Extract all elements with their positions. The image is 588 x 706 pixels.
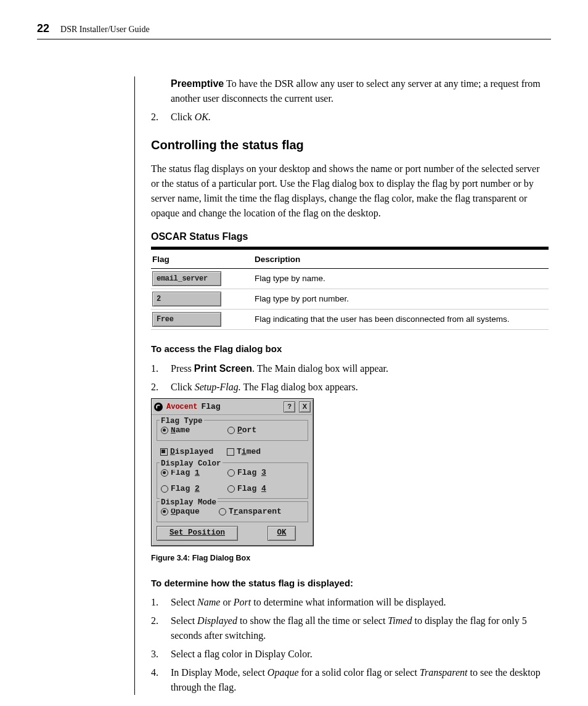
- ok-button[interactable]: OK: [267, 526, 296, 541]
- radio-icon: [227, 427, 235, 434]
- table-row: 2 Flag type by port number.: [151, 289, 549, 310]
- radio-transparent[interactable]: Transparent: [219, 506, 283, 518]
- flag-description: Flag type by name.: [253, 269, 549, 289]
- dialog-titlebar: Avocent Flag ? X: [152, 399, 313, 416]
- preemptive-definition: Preemptive To have the DSR allow any use…: [151, 76, 549, 106]
- radio-icon: [161, 485, 168, 493]
- radio-flag3[interactable]: Flag 3: [227, 467, 292, 479]
- flag-description: Flag type by port number.: [253, 289, 549, 310]
- figure-caption: Figure 3.4: Flag Dialog Box: [151, 552, 549, 564]
- flag-description: Flag indicating that the user has been d…: [253, 310, 549, 330]
- section-description: The status flag displays on your desktop…: [151, 162, 549, 221]
- list-item: 2. Click Setup-Flag. The Flag dialog box…: [151, 380, 549, 395]
- main-content: Preemptive To have the DSR allow any use…: [134, 76, 551, 695]
- oscar-status-flags-table: Flag Description email_server Flag type …: [151, 251, 549, 330]
- display-color-group: Display Color Flag 1 Flag 3 Flag 2 Flag …: [157, 462, 308, 499]
- radio-icon: [219, 508, 226, 515]
- radio-flag4[interactable]: Flag 4: [227, 483, 292, 495]
- table-top-rule: [151, 247, 549, 250]
- radio-port[interactable]: Port: [227, 424, 292, 437]
- col-header-description: Description: [253, 251, 549, 269]
- table-title-oscar-status-flags: OSCAR Status Flags: [151, 229, 549, 244]
- page-number: 22: [37, 22, 49, 35]
- table-row: email_server Flag type by name.: [151, 269, 549, 289]
- display-mode-legend: Display Mode: [160, 497, 218, 509]
- radio-icon: [227, 485, 235, 493]
- subheading-access-flag-dialog: To access the Flag dialog box: [151, 342, 549, 356]
- preemptive-label: Preemptive: [171, 78, 224, 89]
- set-position-button[interactable]: Set Position: [157, 526, 238, 541]
- preemptive-text: To have the DSR allow any user to select…: [171, 78, 541, 104]
- table-row: Free Flag indicating that the user has b…: [151, 310, 549, 330]
- flag-type-group: Flag Type Name Port: [157, 420, 308, 441]
- display-mode-group: Display Mode Opaque Transparent: [157, 501, 308, 522]
- radio-icon: [161, 427, 168, 434]
- list-item: 1. Press Print Screen. The Main dialog b…: [151, 361, 549, 376]
- list-item: 2. Select Displayed to show the flag all…: [151, 614, 549, 643]
- display-color-legend: Display Color: [160, 458, 223, 470]
- subheading-determine-status-flag-display: To determine how the status flag is disp…: [151, 577, 549, 591]
- radio-icon: [161, 469, 168, 477]
- checkbox-icon: [160, 448, 168, 456]
- check-timed[interactable]: Timed: [227, 446, 291, 458]
- flag-image-port: 2: [152, 292, 221, 306]
- checkbox-icon: [227, 448, 234, 456]
- list-item: 2. Click OK.: [151, 110, 549, 125]
- step-number: 2.: [151, 110, 171, 125]
- radio-flag2[interactable]: Flag 2: [161, 483, 225, 495]
- page-header: 22 DSR Installer/User Guide: [37, 22, 551, 39]
- radio-icon: [161, 508, 168, 515]
- list-item: 1. Select Name or Port to determine what…: [151, 595, 549, 610]
- help-button[interactable]: ?: [284, 401, 295, 413]
- doc-title: DSR Installer/User Guide: [60, 25, 150, 35]
- col-header-flag: Flag: [151, 251, 253, 269]
- close-button[interactable]: X: [299, 401, 311, 413]
- avocent-logo-icon: [154, 403, 163, 411]
- flag-image-name: email_server: [152, 271, 221, 286]
- radio-icon: [227, 469, 235, 477]
- list-item: 4. In Display Mode, select Opaque for a …: [151, 665, 549, 695]
- check-displayed[interactable]: Displayed: [160, 446, 224, 458]
- flag-image-free: Free: [152, 312, 221, 327]
- dialog-brand: Avocent: [166, 401, 197, 413]
- section-heading-controlling-status-flag: Controlling the status flag: [151, 136, 549, 154]
- flag-type-legend: Flag Type: [160, 416, 204, 427]
- flag-dialog-box: Avocent Flag ? X Flag Type Name Port Dis…: [151, 398, 314, 546]
- dialog-title: Flag: [201, 401, 280, 413]
- list-item: 3. Select a flag color in Display Color.: [151, 647, 549, 662]
